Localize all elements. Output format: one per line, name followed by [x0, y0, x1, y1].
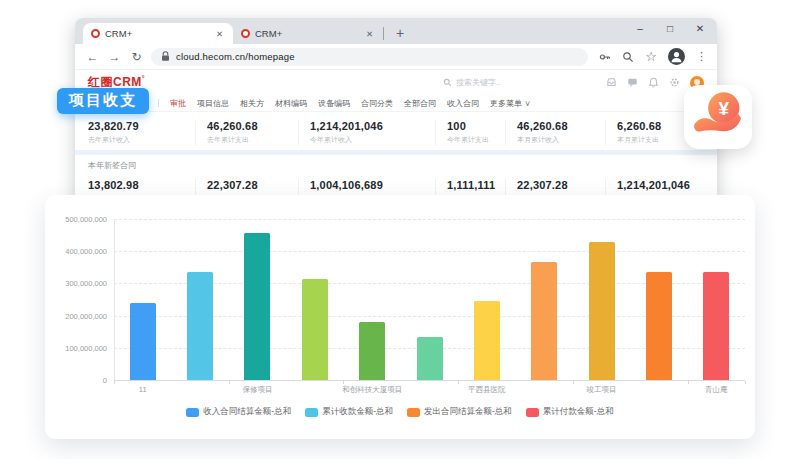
chart-legend: 收入合同结算金额-总和累计收款金额-总和发出合同结算金额-总和累计付款金额-总和 [45, 406, 755, 418]
forward-icon[interactable]: → [107, 50, 122, 64]
url-bar[interactable]: cloud.hecom.cn/homepage [151, 48, 588, 66]
legend-label: 收入合同结算金额-总和 [203, 406, 291, 418]
bar[interactable] [531, 262, 557, 380]
x-axis-tick [573, 381, 574, 384]
hand-holding-yuan-icon: ¥ [690, 90, 746, 144]
gridline [114, 219, 745, 220]
metric-value: 1,111,111 [447, 179, 497, 191]
money-icon-card[interactable]: ¥ [684, 85, 752, 149]
metric: 100今年累计支出 [435, 120, 505, 145]
bar[interactable] [474, 301, 500, 380]
bar[interactable] [703, 272, 729, 380]
metric-label: 今年累计支出 [447, 135, 497, 145]
metric-value: 23,820.79 [88, 120, 187, 132]
x-axis-tick-label: 竣工项目 [547, 385, 657, 395]
x-axis-tick-label: 保修项目 [202, 385, 312, 395]
crm-header: 红圈CRM° [75, 70, 717, 95]
close-button[interactable]: ✕ [685, 18, 715, 42]
legend-item[interactable]: 发出合同结算金额-总和 [407, 406, 512, 418]
x-axis-tick-label: 平西县医院 [432, 385, 542, 395]
maximize-button[interactable]: □ [655, 18, 685, 42]
nav-item-4[interactable]: 项目信息 [197, 98, 229, 109]
project-income-expense-badge[interactable]: 项目收支 [57, 88, 149, 114]
back-icon[interactable]: ← [85, 50, 100, 64]
profile-avatar[interactable] [668, 48, 685, 65]
browser-tab[interactable]: CRM+✕ [83, 23, 233, 44]
bell-icon[interactable] [648, 77, 659, 88]
metric-value: 13,802.98 [88, 179, 187, 191]
x-axis-tick [745, 381, 746, 384]
reload-icon[interactable]: ↻ [129, 50, 144, 64]
x-axis-tick [343, 381, 344, 384]
bar[interactable] [244, 233, 270, 380]
url-text: cloud.hecom.cn/homepage [176, 51, 295, 62]
section-title: 本年新签合同 [75, 155, 717, 171]
legend-label: 累计收款金额-总和 [322, 406, 393, 418]
bar[interactable] [589, 242, 615, 380]
metric: 23,820.79去年累计收入 [88, 120, 195, 145]
tab-list: CRM+✕CRM+✕ [83, 18, 388, 44]
nav-item-6[interactable]: 材料编码 [275, 98, 307, 109]
metric-value: 22,307.28 [517, 179, 597, 191]
tab-close-icon[interactable]: ✕ [214, 29, 225, 39]
metric-label: 去年累计支出 [207, 135, 290, 145]
crm-search[interactable] [443, 78, 536, 87]
bar[interactable] [187, 272, 213, 380]
legend-swatch [305, 408, 318, 417]
bookmark-star-icon[interactable]: ☆ [645, 50, 657, 63]
nav-item-7[interactable]: 设备编码 [318, 98, 350, 109]
metric: 1,214,201,046今年累计收入 [298, 120, 435, 145]
nav-divider [158, 99, 159, 107]
browser-tab[interactable]: CRM+✕ [233, 23, 383, 44]
crm-logo-mark: ° [142, 75, 145, 82]
crm-header-actions [443, 76, 704, 90]
x-axis-tick [688, 381, 689, 384]
kebab-menu-icon[interactable]: ⋮ [696, 51, 707, 62]
nav-item-11[interactable]: 更多菜单 ∨ [490, 98, 531, 109]
window-controls: –□✕ [625, 18, 715, 42]
nav-item-8[interactable]: 合同分类 [361, 98, 393, 109]
metric-label: 本月累计收入 [517, 135, 597, 145]
y-axis-tick-label: 200,000,000 [49, 312, 107, 321]
bar[interactable] [130, 303, 156, 380]
key-icon[interactable] [599, 51, 611, 63]
yuan-symbol: ¥ [718, 98, 729, 119]
y-axis-tick-label: 500,000,000 [49, 215, 107, 224]
nav-item-5[interactable]: 相关方 [240, 98, 264, 109]
chart-card: 0100,000,000200,000,000300,000,000400,00… [45, 195, 755, 439]
legend-item[interactable]: 累计收款金额-总和 [305, 406, 393, 418]
y-axis-tick-label: 0 [49, 376, 107, 385]
metric-label: 去年累计收入 [88, 135, 187, 145]
bar[interactable] [302, 279, 328, 380]
x-axis-tick-label: 青山庵 [661, 385, 771, 395]
metric-value: 22,307.28 [207, 179, 290, 191]
search-input[interactable] [456, 78, 536, 87]
inbox-icon[interactable] [606, 77, 617, 88]
minimize-button[interactable]: – [625, 18, 655, 42]
tab-close-icon[interactable]: ✕ [364, 29, 375, 39]
bar-chart: 0100,000,000200,000,000300,000,000400,00… [45, 195, 755, 439]
metric-value: 46,260.68 [517, 120, 597, 132]
nav-item-9[interactable]: 全部合同 [404, 98, 436, 109]
nav-item-3[interactable]: 审批 [170, 98, 186, 109]
nav-item-10[interactable]: 收入合同 [447, 98, 479, 109]
crm-nav: 首页重点关注审批项目信息相关方材料编码设备编码合同分类全部合同收入合同更多菜单 … [75, 95, 717, 112]
search-zoom-icon[interactable] [622, 51, 634, 63]
legend-item[interactable]: 收入合同结算金额-总和 [186, 406, 291, 418]
x-axis-tick [458, 381, 459, 384]
bar[interactable] [646, 272, 672, 380]
y-axis-tick-label: 100,000,000 [49, 344, 107, 353]
x-axis-line [114, 380, 745, 381]
gridline [114, 251, 745, 252]
message-icon[interactable] [627, 77, 638, 88]
crm-favicon-icon [241, 29, 250, 38]
metric-value: 1,004,106,689 [310, 179, 427, 191]
new-tab-button[interactable]: + [396, 26, 404, 40]
settings-gear-icon[interactable] [669, 77, 680, 88]
legend-item[interactable]: 累计付款金额-总和 [526, 406, 614, 418]
legend-swatch [186, 408, 199, 417]
crm-favicon-icon [91, 29, 100, 38]
bar[interactable] [359, 322, 385, 380]
legend-swatch [526, 408, 539, 417]
bar[interactable] [417, 337, 443, 380]
